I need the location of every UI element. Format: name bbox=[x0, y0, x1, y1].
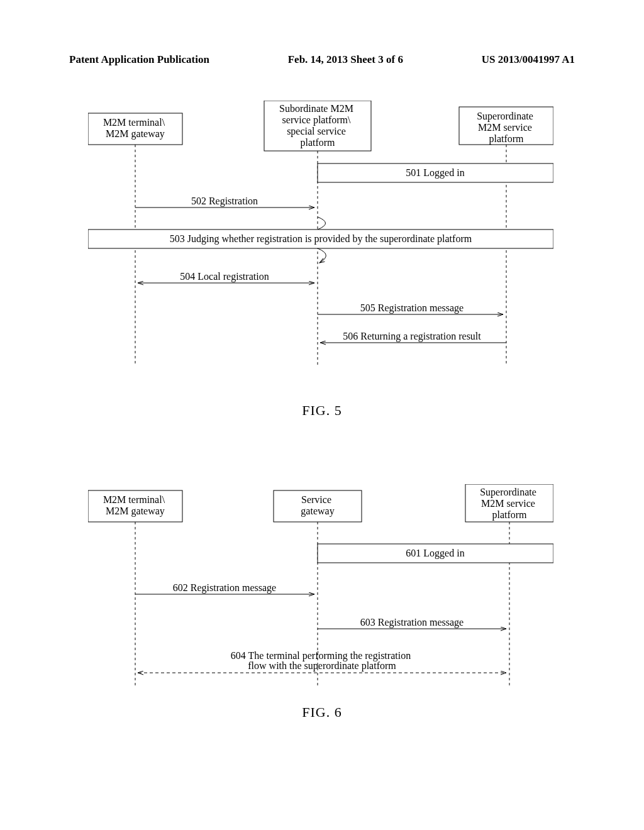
header-left: Patent Application Publication bbox=[69, 53, 209, 66]
page: Patent Application Publication Feb. 14, … bbox=[0, 0, 644, 830]
fig6-caption: FIG. 6 bbox=[0, 704, 644, 721]
fig5-actor1-label: M2M terminal\ M2M gateway bbox=[103, 117, 167, 140]
fig6-msg-602-label: 602 Registration message bbox=[173, 582, 276, 594]
fig5-msg-502-label: 502 Registration bbox=[191, 196, 258, 207]
fig5-svg: M2M terminal\ M2M gateway Subordinate M2… bbox=[88, 101, 553, 384]
figure-6-diagram: M2M terminal\ M2M gateway Service gatewa… bbox=[88, 484, 553, 704]
fig5-msg-505-label: 505 Registration message bbox=[360, 302, 464, 314]
header-right: US 2013/0041997 A1 bbox=[482, 53, 575, 66]
fig5-selfloop-top bbox=[318, 217, 326, 230]
header-center: Feb. 14, 2013 Sheet 3 of 6 bbox=[288, 53, 403, 66]
fig6-actor2-label: Service gateway bbox=[301, 494, 334, 517]
fig5-caption: FIG. 5 bbox=[0, 402, 644, 419]
fig5-selfloop-bottom bbox=[318, 248, 326, 263]
fig6-msg-603-label: 603 Registration message bbox=[360, 617, 464, 628]
fig5-msg-503-label: 503 Judging whether registration is prov… bbox=[170, 233, 472, 245]
fig5-msg-501-label: 501 Logged in bbox=[406, 167, 464, 179]
fig5-msg-506-label: 506 Returning a registration result bbox=[343, 331, 481, 342]
fig6-actor1-label: M2M terminal\ M2M gateway bbox=[103, 494, 167, 517]
figure-5-diagram: M2M terminal\ M2M gateway Subordinate M2… bbox=[88, 101, 553, 384]
page-header: Patent Application Publication Feb. 14, … bbox=[69, 53, 575, 66]
fig6-msg-601-label: 601 Logged in bbox=[406, 548, 464, 559]
fig6-svg: M2M terminal\ M2M gateway Service gatewa… bbox=[88, 484, 553, 704]
fig6-msg-604-label: 604 The terminal performing the registra… bbox=[231, 650, 413, 672]
fig5-msg-504-label: 504 Local registration bbox=[180, 271, 269, 282]
